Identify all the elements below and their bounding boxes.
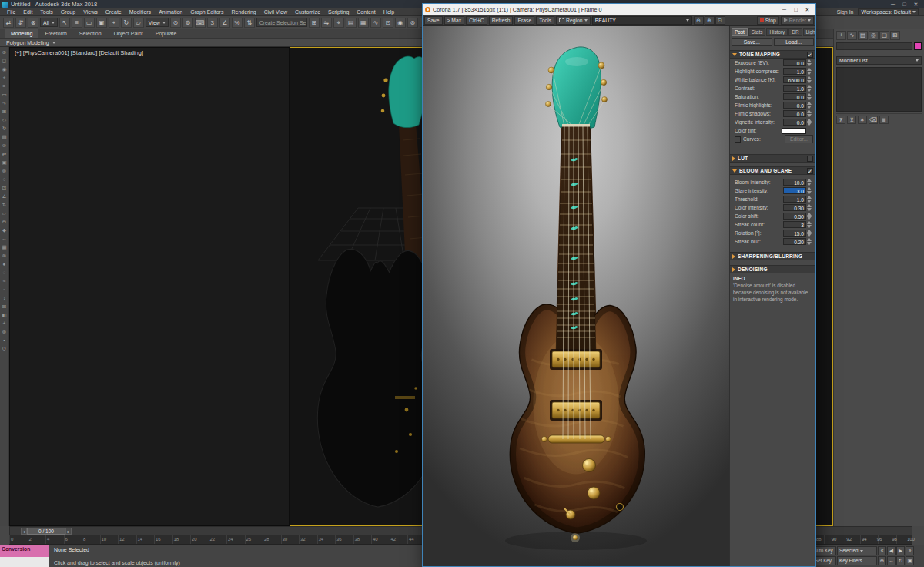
refresh-button[interactable]: Refresh (489, 16, 514, 25)
max-maximize-button[interactable]: □ (899, 1, 910, 8)
bind-to-spacewarp-icon[interactable]: ⊗ (28, 18, 38, 28)
corona-titlebar[interactable]: Corona 1.7 | 853×1516px (1:1) | Camera: … (423, 4, 815, 15)
left-toolbar-icon[interactable]: ⊡ (1, 184, 8, 192)
menu-item[interactable]: File (3, 8, 19, 15)
angle-snap-icon[interactable]: ∠ (219, 18, 230, 28)
left-toolbar-icon[interactable]: ⊕ (1, 49, 8, 56)
max-logo-icon[interactable] (2, 2, 8, 8)
left-toolbar-icon[interactable]: ○ (1, 176, 8, 183)
make-unique-icon[interactable]: ∗ (858, 116, 867, 124)
param-value-field[interactable]: 0.0 (783, 59, 806, 66)
select-object-icon[interactable]: ↖ (59, 18, 70, 28)
use-pivot-center-icon[interactable]: ⊙ (170, 18, 181, 28)
to-max-button[interactable]: > Max (444, 16, 465, 25)
param-value-field[interactable]: 1.0 (783, 85, 806, 92)
left-toolbar-icon[interactable]: ↻ (1, 125, 8, 133)
spinner[interactable] (807, 221, 813, 228)
menu-item[interactable]: Modifiers (126, 8, 155, 15)
motion-tab-icon[interactable]: ◎ (869, 31, 879, 40)
zoom-icon[interactable]: ⊕ (878, 556, 886, 565)
menu-item[interactable]: Content (353, 8, 380, 15)
select-and-move-icon[interactable]: + (109, 18, 119, 28)
spinner[interactable] (807, 213, 813, 220)
spinner[interactable] (807, 204, 813, 211)
param-value-field[interactable]: 0.0 (783, 110, 806, 117)
bloom-glare-checkbox[interactable] (807, 168, 813, 174)
left-toolbar-icon[interactable]: ⌖ (1, 74, 8, 82)
left-toolbar-icon[interactable]: ⇄ (1, 150, 8, 158)
go-to-start-icon[interactable]: « (878, 546, 886, 555)
ribbon-toggle-icon[interactable]: ▦ (358, 18, 369, 28)
menu-item[interactable]: Customize (291, 8, 324, 15)
keyboard-override-icon[interactable]: ⌨ (195, 18, 206, 28)
menu-item[interactable]: Graph Editors (186, 8, 227, 15)
object-name-field[interactable] (836, 42, 912, 50)
left-toolbar-icon[interactable]: ▱ (1, 210, 8, 217)
config-save-button[interactable]: Save... (732, 38, 772, 46)
display-tab-icon[interactable]: ▢ (879, 31, 889, 40)
viewport-physcamera[interactable]: [+] [PhysCamera001] [Standard] [Default … (9, 47, 290, 526)
left-toolbar-icon[interactable]: ↺ (1, 345, 8, 353)
left-toolbar-icon[interactable]: ↔ (1, 235, 8, 243)
region-dropdown[interactable]: Region (556, 16, 591, 25)
stop-render-button[interactable]: Stop (757, 16, 779, 25)
left-toolbar-icon[interactable]: ⊛ (1, 328, 8, 336)
corona-minimize-button[interactable]: ─ (778, 5, 790, 15)
workspaces-dropdown[interactable]: Workspaces: Default (858, 8, 919, 15)
param-value-field[interactable]: 1.0 (783, 196, 806, 203)
spinner[interactable] (807, 85, 813, 92)
left-toolbar-icon[interactable]: ● (1, 260, 8, 268)
modify-tab-icon[interactable]: ∿ (847, 31, 857, 40)
panel-tab[interactable]: History (766, 28, 788, 36)
param-value-field[interactable]: 6500.0 (783, 76, 806, 83)
left-toolbar-icon[interactable]: ▣ (1, 159, 8, 166)
spinner[interactable] (807, 110, 813, 117)
percent-snap-icon[interactable]: % (232, 18, 243, 28)
named-selection-set-field[interactable]: Create Selection Se (256, 18, 307, 27)
left-toolbar-icon[interactable]: ▤ (1, 133, 8, 141)
section-denoising[interactable]: DENOISING (730, 265, 815, 273)
window-crossing-icon[interactable]: ▣ (96, 18, 107, 28)
left-toolbar-icon[interactable]: ◉ (1, 65, 8, 73)
select-by-name-icon[interactable]: ≡ (72, 18, 82, 28)
previous-frame-icon[interactable]: ◀ (887, 546, 896, 555)
menu-item[interactable]: Help (380, 8, 398, 15)
left-toolbar-icon[interactable]: ⇅ (1, 201, 8, 209)
viewport-label[interactable]: [+] [PhysCamera001] [Standard] [Default … (15, 49, 143, 56)
curves-checkbox[interactable] (735, 136, 741, 143)
left-toolbar-icon[interactable]: ▪ (1, 337, 8, 344)
panel-tab[interactable]: Stats (748, 28, 766, 36)
macro-recorder-line[interactable]: Conversion (0, 545, 49, 557)
zoom-in-icon[interactable]: ⊕ (705, 16, 715, 25)
section-bloom-glare[interactable]: BLOOM AND GLARE (730, 166, 815, 175)
key-filters-button[interactable]: Key Filters... (837, 556, 877, 565)
menu-item[interactable]: Edit (19, 8, 36, 15)
remove-modifier-icon[interactable]: ⌫ (869, 116, 878, 124)
material-editor-icon[interactable]: ◉ (395, 18, 406, 28)
ribbon-tab[interactable]: Selection (73, 29, 108, 38)
param-value-field[interactable]: 0.0 (783, 119, 806, 126)
schematic-view-icon[interactable]: ⊡ (383, 18, 393, 28)
maximize-viewport-icon[interactable]: ▣ (906, 556, 914, 565)
orbit-icon[interactable]: ↻ (896, 556, 905, 565)
object-color-swatch[interactable] (914, 42, 922, 50)
left-toolbar-icon[interactable]: ◌ (1, 269, 8, 277)
corona-close-button[interactable]: ✕ (802, 5, 813, 15)
ribbon-tab[interactable]: Freeform (38, 29, 72, 38)
go-to-end-icon[interactable]: » (906, 546, 914, 555)
section-sharpening[interactable]: SHARPENING/BLURRING (730, 252, 815, 260)
left-toolbar-icon[interactable]: ∠ (1, 193, 8, 200)
section-tone-mapping[interactable]: TONE MAPPING (730, 50, 815, 59)
select-and-manipulate-icon[interactable]: ⊚ (182, 18, 193, 28)
selection-region-icon[interactable]: ▭ (84, 18, 95, 28)
param-value-field[interactable]: 0.30 (783, 204, 806, 211)
spinner[interactable] (807, 102, 813, 109)
spinner-snap-icon[interactable]: ⇅ (244, 18, 255, 28)
start-render-button[interactable]: Render (781, 16, 814, 25)
hierarchy-tab-icon[interactable]: ▤ (858, 31, 868, 40)
configure-modifier-sets-icon[interactable]: ≣ (879, 116, 889, 124)
menu-item[interactable]: Create (102, 8, 126, 15)
left-toolbar-icon[interactable]: ⊙ (1, 142, 8, 149)
spinner[interactable] (807, 187, 813, 194)
max-close-button[interactable]: ✕ (910, 1, 922, 8)
